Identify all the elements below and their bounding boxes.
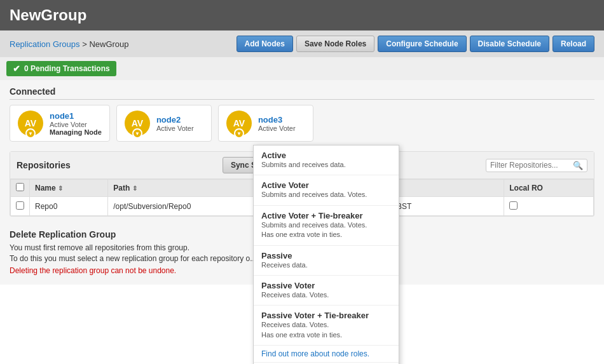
dropdown-item-active-voter-tie[interactable]: Active Voter + Tie-breaker Submits and r… <box>254 206 399 246</box>
node1-info: node1 Active Voter Managing Node <box>50 111 102 136</box>
dropdown-active-desc: Submits and receives data. <box>261 160 391 170</box>
local-ro-checkbox[interactable] <box>509 201 518 210</box>
dropdown-active-title: Active <box>261 151 391 160</box>
node1-avatar-text: AV <box>25 118 36 128</box>
dropdown-active-voter-title: Active Voter <box>261 180 391 190</box>
search-icon: 🔍 <box>573 161 583 170</box>
path-sort-icon[interactable]: ⇕ <box>132 185 137 192</box>
node2-info: node2 Active Voter <box>156 115 194 132</box>
node2-name: node2 <box>156 115 194 125</box>
dropdown-passive-voter-tie-desc: Receives data. Votes.Has one extra vote … <box>261 320 391 340</box>
node3-badge: ▼ <box>234 128 244 138</box>
pending-badge: ✔ 0 Pending Transactions <box>6 61 116 76</box>
node2-avatar-text: AV <box>132 118 143 128</box>
dropdown-passive-desc: Receives data. <box>261 260 391 270</box>
node1-managing: Managing Node <box>50 128 102 136</box>
dropdown-active-voter-tie-title: Active Voter + Tie-breaker <box>261 211 391 220</box>
name-sort-icon[interactable]: ⇕ <box>58 185 63 192</box>
page-title: NewGroup <box>10 6 594 24</box>
nodes-row: AV ▼ node1 Active Voter Managing Node AV… <box>10 105 594 142</box>
check-icon: ✔ <box>13 64 20 74</box>
node2-role: Active Voter <box>156 125 194 132</box>
dropdown-passive-voter-tie-title: Passive Voter + Tie-breaker <box>261 311 391 320</box>
node1-name: node1 <box>50 111 102 121</box>
dropdown-passive-title: Passive <box>261 251 391 260</box>
node3-info: node3 Active Voter <box>258 115 296 132</box>
node3-avatar-text: AV <box>233 118 245 128</box>
dropdown-item-passive-voter[interactable]: Passive Voter Receives data. Votes. <box>254 276 399 306</box>
breadcrumb-separator: > <box>82 39 87 49</box>
col-name: Name ⇕ <box>30 180 108 197</box>
node-role-dropdown: Active Submits and receives data. Active… <box>253 145 399 364</box>
dropdown-item-active[interactable]: Active Submits and receives data. <box>254 145 399 175</box>
dropdown-item-passive[interactable]: Passive Receives data. <box>254 246 399 276</box>
connected-label: Connected <box>10 86 594 100</box>
node1-badge: ▼ <box>25 128 36 138</box>
breadcrumb-bar: Replication Groups > NewGroup Add Nodes … <box>0 30 604 57</box>
col-checkbox <box>11 180 30 197</box>
row-checkbox-cell <box>11 197 30 216</box>
breadcrumb: Replication Groups > NewGroup <box>10 39 129 49</box>
node2-badge: ▼ <box>132 128 142 138</box>
node3-name: node3 <box>258 115 296 125</box>
toolbar-buttons: Add Nodes Save Node Roles Configure Sche… <box>237 36 594 52</box>
row-checkbox[interactable] <box>16 201 24 210</box>
row-name: Repo0 <box>30 197 108 216</box>
breadcrumb-parent-link[interactable]: Replication Groups <box>10 39 80 49</box>
dropdown-node-roles-link[interactable]: Find out more about node roles. <box>254 346 399 363</box>
col-local-ro: Local RO <box>504 180 594 197</box>
repositories-title: Repositories <box>17 160 71 170</box>
connected-section: Connected AV ▼ node1 Active Voter Managi… <box>10 86 594 142</box>
breadcrumb-current: NewGroup <box>89 39 128 49</box>
dropdown-item-passive-voter-tie[interactable]: Passive Voter + Tie-breaker Receives dat… <box>254 306 399 346</box>
node-card-1[interactable]: AV ▼ node1 Active Voter Managing Node <box>10 105 110 142</box>
disable-schedule-button[interactable]: Disable Schedule <box>470 36 549 52</box>
dropdown-passive-voter-desc: Receives data. Votes. <box>261 290 391 300</box>
add-nodes-button[interactable]: Add Nodes <box>237 36 293 52</box>
dropdown-active-voter-tie-desc: Submits and receives data. Votes.Has one… <box>261 220 391 240</box>
reload-button[interactable]: Reload <box>553 36 594 52</box>
save-node-roles-button[interactable]: Save Node Roles <box>296 36 374 52</box>
header: NewGroup <box>0 0 604 30</box>
node-card-2[interactable]: AV ▼ node2 Active Voter <box>116 105 212 142</box>
node1-avatar: AV ▼ <box>18 111 43 136</box>
dropdown-item-active-voter[interactable]: Active Voter Submits and receives data. … <box>254 175 399 205</box>
node2-avatar: AV ▼ <box>125 111 150 136</box>
dropdown-passive-voter-title: Passive Voter <box>261 281 391 290</box>
pending-label: 0 Pending Transactions <box>24 64 110 73</box>
pending-bar: ✔ 0 Pending Transactions <box>0 57 604 80</box>
configure-schedule-button[interactable]: Configure Schedule <box>378 36 466 52</box>
select-all-checkbox[interactable] <box>16 183 24 191</box>
dropdown-active-voter-desc: Submits and receives data. Votes. <box>261 190 391 199</box>
node3-role: Active Voter <box>258 125 296 132</box>
filter-input[interactable] <box>490 161 573 170</box>
filter-box[interactable]: 🔍 <box>486 159 587 172</box>
node-card-3[interactable]: AV ▼ node3 Active Voter <box>218 105 313 142</box>
row-local-ro <box>504 197 594 216</box>
node3-avatar: AV ▼ <box>226 111 252 136</box>
node1-role: Active Voter <box>50 121 102 128</box>
